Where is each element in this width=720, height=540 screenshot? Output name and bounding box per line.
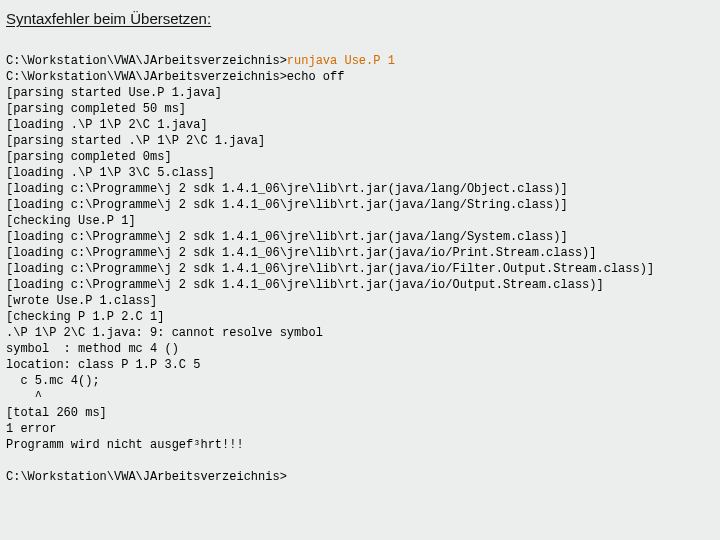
console-line: 1 error: [6, 422, 56, 436]
console-line: [loading c:\Programme\j 2 sdk 1.4.1_06\j…: [6, 246, 597, 260]
console-line: [loading .\P 1\P 3\C 5.class]: [6, 166, 215, 180]
console-line: [loading c:\Programme\j 2 sdk 1.4.1_06\j…: [6, 278, 604, 292]
console-line: [parsing completed 50 ms]: [6, 102, 186, 116]
console-line: .\P 1\P 2\C 1.java: 9: cannot resolve sy…: [6, 326, 323, 340]
console-line: [total 260 ms]: [6, 406, 107, 420]
console-output: C:\Workstation\VWA\JArbeitsverzeichnis>r…: [6, 37, 714, 501]
console-line: [checking Use.P 1]: [6, 214, 136, 228]
command-text: runjava Use.P 1: [287, 54, 395, 68]
console-line: [loading c:\Programme\j 2 sdk 1.4.1_06\j…: [6, 262, 654, 276]
console-line: [loading c:\Programme\j 2 sdk 1.4.1_06\j…: [6, 182, 568, 196]
console-line: [checking P 1.P 2.C 1]: [6, 310, 164, 324]
console-line: [loading c:\Programme\j 2 sdk 1.4.1_06\j…: [6, 230, 568, 244]
prompt-path: C:\Workstation\VWA\JArbeitsverzeichnis>: [6, 54, 287, 68]
slide-title: Syntaxfehler beim Übersetzen:: [6, 10, 714, 27]
console-line: location: class P 1.P 3.C 5: [6, 358, 200, 372]
slide: Syntaxfehler beim Übersetzen: C:\Worksta…: [0, 0, 720, 540]
console-line: [parsing completed 0ms]: [6, 150, 172, 164]
console-line: [parsing started Use.P 1.java]: [6, 86, 222, 100]
console-line: ^: [6, 390, 42, 404]
console-line: [loading .\P 1\P 2\C 1.java]: [6, 118, 208, 132]
console-line: [loading c:\Programme\j 2 sdk 1.4.1_06\j…: [6, 198, 568, 212]
console-line: C:\Workstation\VWA\JArbeitsverzeichnis>e…: [6, 70, 344, 84]
console-line: symbol : method mc 4 (): [6, 342, 179, 356]
console-line: [parsing started .\P 1\P 2\C 1.java]: [6, 134, 265, 148]
console-line: [wrote Use.P 1.class]: [6, 294, 157, 308]
console-line: Programm wird nicht ausgef³hrt!!!: [6, 438, 244, 452]
console-line: c 5.mc 4();: [6, 374, 100, 388]
console-line: C:\Workstation\VWA\JArbeitsverzeichnis>r…: [6, 54, 395, 68]
console-line: C:\Workstation\VWA\JArbeitsverzeichnis>: [6, 470, 287, 484]
